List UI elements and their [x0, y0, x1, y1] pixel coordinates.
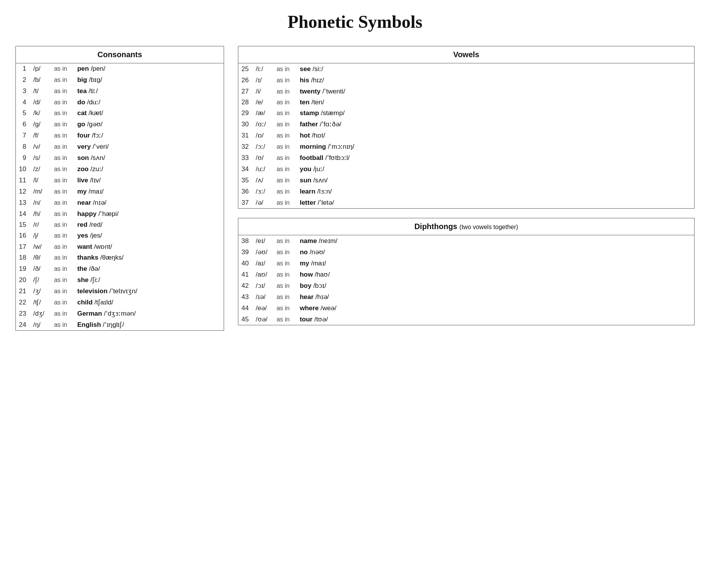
ipa-symbol: /ʊ/: [253, 152, 273, 163]
example-word: want /wɒnt/: [74, 241, 224, 252]
ipa-symbol: /r/: [30, 219, 51, 230]
row-number: 21: [16, 286, 30, 297]
ipa-symbol: /eə/: [253, 302, 273, 314]
as-in-label: as in: [51, 219, 74, 230]
as-in-label: as in: [51, 74, 74, 85]
row-number: 35: [238, 175, 253, 186]
table-row: 14 /h/ as in happy /ˈhæpi/: [16, 208, 224, 219]
as-in-label: as in: [51, 230, 74, 241]
ipa-symbol: /ɔː/: [253, 141, 273, 152]
example-word: hear /hɪə/: [297, 291, 695, 302]
ipa-symbol: /ə/: [253, 197, 273, 209]
ipa-symbol: /d/: [30, 97, 51, 108]
as-in-label: as in: [273, 197, 297, 209]
example-word: tea /tiː/: [74, 85, 224, 97]
row-number: 3: [16, 85, 30, 97]
table-row: 24 /ŋ/ as in English /ˈɪŋglɪʃ/: [16, 319, 224, 331]
as-in-label: as in: [273, 186, 297, 197]
row-number: 25: [238, 63, 253, 75]
example-word: morning /ˈmɔːnɪŋ/: [297, 141, 695, 152]
row-number: 17: [16, 241, 30, 252]
table-row: 17 /w/ as in want /wɒnt/: [16, 241, 224, 252]
table-row: 30 /ɑː/ as in father /ˈfɑːðə/: [238, 119, 695, 130]
table-row: 37 /ə/ as in letter /ˈletə/: [238, 197, 695, 209]
table-row: 4 /d/ as in do /duː/: [16, 97, 224, 108]
row-number: 1: [16, 63, 30, 75]
row-number: 16: [16, 230, 30, 241]
as-in-label: as in: [51, 208, 74, 219]
example-word: father /ˈfɑːðə/: [297, 119, 695, 130]
example-word: do /duː/: [74, 97, 224, 108]
ipa-symbol: /ʌ/: [253, 175, 273, 186]
row-number: 36: [238, 186, 253, 197]
row-number: 19: [16, 263, 30, 274]
vowels-table: Vowels 25 /iː/ as in see /siː/ 26 /ɪ/ as…: [238, 46, 695, 209]
row-number: 2: [16, 74, 30, 85]
table-row: 28 /e/ as in ten /ten/: [238, 97, 695, 108]
ipa-symbol: /t/: [30, 85, 51, 97]
example-word: see /siː/: [297, 63, 695, 75]
table-row: 21 /ʒ/ as in television /ˈtelɪvɪʒn/: [16, 286, 224, 297]
example-word: sun /sʌn/: [297, 175, 695, 186]
table-row: 15 /r/ as in red /red/: [16, 219, 224, 230]
ipa-symbol: /tʃ/: [30, 297, 51, 308]
example-word: where /weə/: [297, 302, 695, 314]
row-number: 29: [238, 108, 253, 119]
as-in-label: as in: [51, 175, 74, 186]
ipa-symbol: /s/: [30, 152, 51, 163]
example-word: you /juː/: [297, 163, 695, 175]
ipa-symbol: /ŋ/: [30, 319, 51, 331]
as-in-label: as in: [51, 108, 74, 119]
table-row: 6 /g/ as in go /gəʊ/: [16, 119, 224, 130]
as-in-label: as in: [273, 163, 297, 175]
as-in-label: as in: [273, 269, 297, 280]
as-in-label: as in: [51, 297, 74, 308]
as-in-label: as in: [51, 186, 74, 197]
row-number: 45: [238, 314, 253, 325]
as-in-label: as in: [51, 130, 74, 141]
row-number: 30: [238, 119, 253, 130]
row-number: 27: [238, 86, 253, 97]
example-word: learn /lɜːn/: [297, 186, 695, 197]
ipa-symbol: /e/: [253, 97, 273, 108]
example-word: big /bɪg/: [74, 74, 224, 85]
vowels-header: Vowels: [238, 46, 695, 63]
row-number: 38: [238, 235, 253, 247]
example-word: she /ʃiː/: [74, 274, 224, 286]
row-number: 8: [16, 141, 30, 152]
row-number: 28: [238, 97, 253, 108]
example-word: zoo /zuː/: [74, 163, 224, 175]
ipa-symbol: /v/: [30, 141, 51, 152]
table-row: 45 /ʊə/ as in tour /tʊə/: [238, 314, 695, 325]
as-in-label: as in: [51, 274, 74, 286]
as-in-label: as in: [273, 258, 297, 269]
table-row: 11 /l/ as in live /lɪv/: [16, 175, 224, 186]
table-row: 16 /j/ as in yes /jes/: [16, 230, 224, 241]
ipa-symbol: /f/: [30, 130, 51, 141]
table-row: 7 /f/ as in four /fɔː/: [16, 130, 224, 141]
as-in-label: as in: [273, 108, 297, 119]
consonants-section: Consonants 1 /p/ as in pen /pen/ 2 /b/ a…: [15, 46, 224, 331]
ipa-symbol: /n/: [30, 197, 51, 208]
table-row: 36 /ɜː/ as in learn /lɜːn/: [238, 186, 695, 197]
as-in-label: as in: [273, 119, 297, 130]
table-row: 44 /eə/ as in where /weə/: [238, 302, 695, 314]
example-word: cat /kæt/: [74, 108, 224, 119]
ipa-symbol: /i/: [253, 86, 273, 97]
ipa-symbol: /g/: [30, 119, 51, 130]
example-word: twenty /ˈtwenti/: [297, 86, 695, 97]
table-row: 41 /aʊ/ as in how /haʊ/: [238, 269, 695, 280]
example-word: tour /tʊə/: [297, 314, 695, 325]
table-row: 1 /p/ as in pen /pen/: [16, 63, 224, 75]
as-in-label: as in: [51, 141, 74, 152]
example-word: ten /ten/: [297, 97, 695, 108]
table-row: 19 /ð/ as in the /ðə/: [16, 263, 224, 274]
ipa-symbol: /z/: [30, 163, 51, 175]
ipa-symbol: /eɪ/: [253, 235, 273, 247]
example-word: boy /bɔɪ/: [297, 280, 695, 291]
ipa-symbol: /əʊ/: [253, 246, 273, 258]
ipa-symbol: /ɔɪ/: [253, 280, 273, 291]
page-title: Phonetic Symbols: [15, 12, 695, 32]
row-number: 41: [238, 269, 253, 280]
table-row: 38 /eɪ/ as in name /neɪm/: [238, 235, 695, 247]
